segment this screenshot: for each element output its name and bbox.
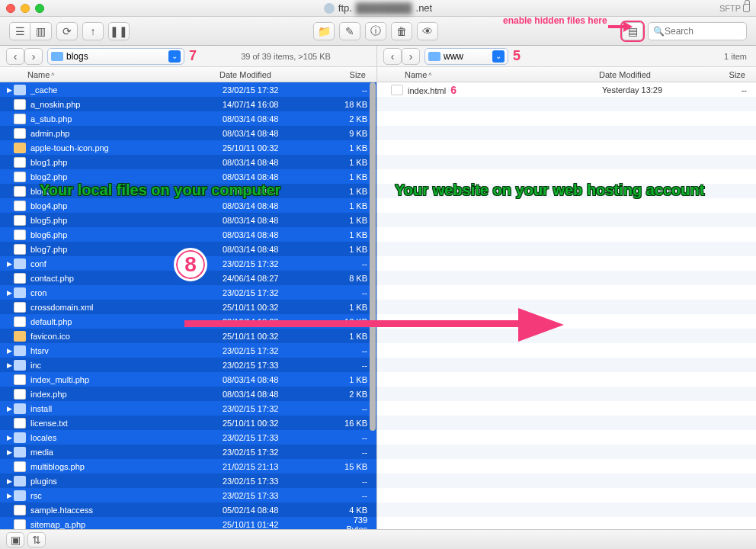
file-row[interactable]: license.txt25/10/11 00:3216 KB — [0, 416, 376, 430]
file-name: blog3.php — [30, 187, 223, 196]
file-row[interactable]: admin.php08/03/14 08:489 KB — [0, 126, 376, 140]
disclosure-icon[interactable]: ▶ — [5, 260, 14, 268]
transfer-queue-button[interactable]: ⇅ — [27, 532, 46, 547]
file-name: sitemap_a.php — [30, 520, 223, 529]
file-row[interactable]: ▶conf23/02/15 17:32-- — [0, 256, 376, 271]
file-row[interactable]: multiblogs.php21/02/15 21:1315 KB — [0, 459, 376, 474]
file-row[interactable]: blog4.php08/03/14 08:481 KB — [0, 198, 376, 213]
file-row[interactable]: contact.php24/06/14 08:278 KB — [0, 271, 376, 285]
remote-path-chip[interactable]: www ⌄ — [424, 48, 508, 65]
pause-button[interactable]: ❚❚ — [108, 22, 130, 40]
col-date-header[interactable]: Date Modified — [219, 70, 328, 79]
file-date: 23/02/15 17:32 — [223, 85, 331, 95]
footer-bar: ▣ ⇅ — [0, 529, 756, 549]
file-row[interactable]: default.php22/12/14 18:2310 KB — [0, 314, 376, 329]
file-row[interactable]: ▶plugins23/02/15 17:33-- — [0, 474, 376, 488]
file-name: default.php — [30, 317, 223, 326]
local-status: 39 of 39 items, >105 KB — [201, 52, 370, 61]
disclosure-icon[interactable]: ▶ — [5, 448, 14, 456]
file-row[interactable]: a_noskin.php14/07/14 16:0818 KB — [0, 97, 376, 111]
file-row[interactable]: ▶cron23/02/15 17:32-- — [0, 285, 376, 300]
file-row[interactable]: blog6.php08/03/14 08:481 KB — [0, 227, 376, 242]
file-icon — [14, 230, 26, 240]
file-row[interactable]: index.html6Yesterday 13:29-- — [377, 82, 756, 97]
disclosure-icon[interactable]: ▶ — [5, 361, 14, 369]
chevron-down-icon[interactable]: ⌄ — [492, 50, 505, 63]
disclosure-icon[interactable]: ▶ — [5, 86, 14, 94]
search-box[interactable]: 🔍 ⓧ — [648, 22, 747, 40]
file-date: 23/02/15 17:32 — [223, 288, 331, 297]
folder-icon — [14, 490, 26, 501]
local-filelist[interactable]: ▶_cache23/02/15 17:32--a_noskin.php14/07… — [0, 82, 376, 529]
upload-button[interactable]: ↑ — [82, 22, 104, 40]
file-row[interactable]: a_stub.php08/03/14 08:482 KB — [0, 111, 376, 126]
local-forward-button[interactable]: › — [24, 48, 43, 65]
file-row[interactable]: sitemap_a.php25/10/11 01:42739 Bytes — [0, 517, 376, 529]
file-date: 23/02/15 17:33 — [223, 433, 331, 442]
col-size-header[interactable]: Size — [707, 70, 756, 79]
col-name-header[interactable]: Name^ — [377, 70, 599, 79]
file-row[interactable]: blog1.php08/03/14 08:481 KB — [0, 155, 376, 169]
file-row[interactable]: ▶rsc23/02/15 17:33-- — [0, 488, 376, 502]
view-list-button[interactable]: ☰ — [9, 22, 30, 40]
folder-icon — [14, 403, 26, 414]
col-size-header[interactable]: Size — [328, 70, 376, 79]
file-row[interactable]: index.php08/03/14 08:482 KB — [0, 387, 376, 401]
delete-button[interactable]: 🗑 — [391, 22, 412, 40]
file-row[interactable]: ▶media23/02/15 17:32-- — [0, 445, 376, 459]
refresh-button[interactable]: ⟳ — [56, 22, 78, 40]
col-date-header[interactable]: Date Modified — [599, 70, 707, 79]
info-button[interactable]: ⓘ — [365, 22, 386, 40]
new-folder-button[interactable]: 📁 — [313, 22, 335, 40]
disclosure-icon[interactable]: ▶ — [5, 434, 14, 441]
edit-button[interactable]: ✎ — [339, 22, 360, 40]
file-row[interactable]: crossdomain.xml25/10/11 00:321 KB — [0, 300, 376, 314]
empty-row — [377, 285, 756, 300]
search-input[interactable] — [665, 26, 756, 37]
disclosure-icon[interactable]: ▶ — [5, 289, 14, 297]
file-row[interactable]: ▶inc23/02/15 17:33-- — [0, 358, 376, 372]
file-row[interactable]: blog7.php08/03/14 08:481 KB — [0, 242, 376, 256]
file-name: index_multi.php — [30, 375, 223, 384]
local-path-chip[interactable]: blogs ⌄ — [47, 48, 184, 65]
file-row[interactable]: ▶install23/02/15 17:32-- — [0, 401, 376, 416]
folder-icon — [14, 258, 26, 269]
file-row[interactable]: blog5.php08/03/14 08:481 KB — [0, 213, 376, 227]
toggle-pane-button[interactable]: ▣ — [6, 532, 24, 547]
file-row[interactable]: blog2.php08/03/14 08:481 KB — [0, 169, 376, 184]
view-columns-button[interactable]: ▥ — [30, 22, 52, 40]
file-row[interactable]: ▶locales23/02/15 17:33-- — [0, 430, 376, 445]
file-row[interactable]: favicon.ico25/10/11 00:321 KB — [0, 329, 376, 343]
remote-filelist[interactable]: index.html6Yesterday 13:29-- — [377, 82, 756, 529]
scrollbar[interactable] — [370, 82, 376, 529]
file-date: 08/03/14 08:48 — [223, 114, 331, 124]
file-name: apple-touch-icon.png — [30, 143, 223, 152]
file-row[interactable]: sample.htaccess05/02/14 08:484 KB — [0, 502, 376, 517]
file-row[interactable]: index_multi.php08/03/14 08:481 KB — [0, 372, 376, 387]
file-name: index.php — [30, 390, 223, 399]
local-back-button[interactable]: ‹ — [6, 48, 24, 65]
disclosure-icon[interactable]: ▶ — [5, 405, 14, 413]
empty-row — [377, 227, 756, 242]
file-row[interactable]: apple-touch-icon.png25/10/11 00:321 KB — [0, 140, 376, 155]
show-hidden-button[interactable]: ▤ — [622, 22, 643, 40]
folder-icon — [14, 432, 26, 443]
disclosure-icon[interactable]: ▶ — [5, 477, 14, 485]
empty-row — [377, 358, 756, 372]
file-name: inc — [30, 361, 223, 370]
disclosure-icon[interactable]: ▶ — [5, 492, 14, 499]
disclosure-icon[interactable]: ▶ — [5, 347, 14, 355]
col-name-header[interactable]: Name^ — [0, 70, 219, 79]
quicklook-button[interactable]: 👁 — [417, 22, 438, 40]
img-icon — [14, 143, 26, 153]
file-row[interactable]: blog3.php08/03/14 08:481 KB — [0, 184, 376, 198]
file-row[interactable]: ▶htsrv23/02/15 17:32-- — [0, 343, 376, 358]
file-row[interactable]: ▶_cache23/02/15 17:32-- — [0, 82, 376, 97]
empty-row — [377, 198, 756, 213]
chevron-down-icon[interactable]: ⌄ — [168, 50, 181, 63]
remote-forward-button[interactable]: › — [402, 48, 420, 65]
file-name: rsc — [30, 491, 223, 500]
empty-row — [377, 184, 756, 198]
remote-back-button[interactable]: ‹ — [383, 48, 402, 65]
remote-status: 1 item — [724, 52, 750, 61]
